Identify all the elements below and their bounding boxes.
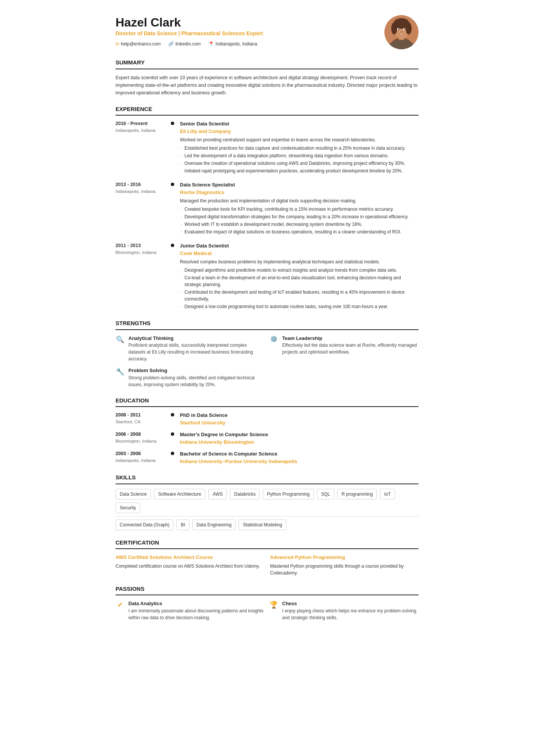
resume-container: Hazel Clark Director of Data Science | P… — [97, 0, 437, 645]
job1-bullets: Established best practices for data capt… — [180, 145, 418, 174]
leadership-icon: ⚙️ — [269, 335, 278, 344]
edu2-school: Indiana University Bloomington — [180, 438, 418, 446]
chess-desc: I enjoy playing chess which helps me enh… — [282, 607, 418, 621]
skill-software-arch: Software Architecture — [154, 489, 205, 499]
edu3-school: Indiana University–Purdue University Ind… — [180, 458, 418, 465]
cert2-title: Advanced Python Programming — [270, 554, 418, 561]
analytical-icon: 🔍 — [116, 335, 125, 345]
link-icon: 🔗 — [168, 41, 174, 47]
edu3-dot — [171, 452, 174, 455]
chess-title: Chess — [282, 600, 418, 607]
edu2-degree: Master's Degree in Computer Science — [180, 431, 418, 438]
problem-icon: 🔧 — [116, 367, 125, 377]
education-item-1: 2008 - 2011 Stanford, CA PhD in Data Sci… — [116, 412, 418, 426]
location-value: Indianapolis, Indiana — [215, 41, 257, 47]
leadership-title: Team Leadership — [282, 335, 418, 342]
job3-title: Junior Data Scientist — [180, 242, 418, 250]
experience-item-3: 2011 - 2013 Bloomington, Indiana Junior … — [116, 242, 418, 311]
problem-desc: Strong problem-solving skills, identifie… — [128, 374, 265, 388]
analytical-desc: Proficient analytical skills, successful… — [128, 342, 265, 362]
certification-title: CERTIFICATION — [116, 538, 418, 549]
job1-dot — [171, 122, 174, 125]
education-item-2: 2006 - 2008 Bloomington, Indiana Master'… — [116, 431, 418, 446]
skill-security: Security — [116, 502, 140, 513]
summary-text: Expert data scientist with over 10 years… — [116, 74, 418, 97]
skill-sql: SQL — [317, 489, 334, 499]
job1-location: Indianapolis, Indiana — [116, 127, 169, 134]
skill-data-engineering: Data Engineering — [192, 520, 236, 530]
chess-icon: 🏆 — [269, 600, 278, 610]
strength-leadership: ⚙️ Team Leadership Effectively led the d… — [269, 335, 418, 363]
skills-row-1: Data Science Software Architecture AWS D… — [116, 489, 418, 513]
location-contact: 📍 Indianapolis, Indiana — [208, 41, 257, 47]
summary-title: SUMMARY — [116, 58, 418, 69]
svg-point-13 — [404, 28, 406, 30]
cert-grid: AWS Certified Solutions Architect Course… — [116, 554, 418, 576]
experience-item-2: 2013 - 2016 Indianapolis, Indiana Data S… — [116, 181, 418, 236]
job1-bullet-3: Oversaw the creation of operational solu… — [180, 160, 418, 167]
passions-grid: ✔ Data Analytics I am immensely passiona… — [116, 600, 418, 621]
summary-section: SUMMARY Expert data scientist with over … — [116, 58, 418, 97]
job1-title: Senior Data Scientist — [180, 120, 418, 128]
job3-location: Bloomington, Indiana — [116, 249, 169, 256]
avatar-svg — [384, 15, 418, 49]
skill-iot: IoT — [380, 489, 395, 499]
job3-desc: Resolved complex business problems by im… — [180, 258, 418, 265]
header-left: Hazel Clark Director of Data Science | P… — [116, 15, 384, 47]
job2-bullet-4: Evaluated the impact of digital solution… — [180, 229, 418, 235]
analytics-icon: ✔ — [116, 600, 125, 610]
location-icon: 📍 — [208, 41, 214, 47]
problem-title: Problem Solving — [128, 367, 265, 374]
website-value: linkedin.com — [175, 41, 201, 47]
header-section: Hazel Clark Director of Data Science | P… — [116, 15, 418, 49]
job3-bullets: Designed algorithms and predictive model… — [180, 267, 418, 310]
skill-python: Python Programming — [263, 489, 314, 499]
job3-dates: 2011 - 2013 — [116, 242, 169, 249]
edu2-location: Bloomington, Indiana — [116, 438, 169, 445]
cert-item-2: Advanced Python Programming Mastered Pyt… — [270, 554, 418, 576]
job3-bullet-2: Co-lead a team in the development of an … — [180, 274, 418, 288]
edu2-dot — [171, 432, 174, 436]
job3-dot — [171, 244, 174, 247]
edu2-dates: 2006 - 2008 — [116, 431, 169, 438]
skill-r-programming: R programming — [337, 489, 377, 499]
svg-point-14 — [400, 31, 403, 33]
email-contact: ✉ help@enhancv.com — [116, 41, 161, 47]
edu1-dot — [171, 413, 174, 416]
job1-bullet-4: Initiated rapid prototyping and experime… — [180, 167, 418, 174]
cert2-desc: Mastered Python programming skills throu… — [270, 563, 418, 576]
strengths-section: STRENGTHS 🔍 Analytical Thinking Proficie… — [116, 319, 418, 388]
email-icon: ✉ — [116, 41, 119, 47]
cert1-title: AWS Certified Solutions Architect Course — [116, 554, 264, 561]
candidate-name: Hazel Clark — [116, 15, 384, 30]
cert-item-1: AWS Certified Solutions Architect Course… — [116, 554, 264, 576]
job3-bullet-4: Designed a low-code programming tool to … — [180, 303, 418, 310]
job2-bullet-2: Developed digital transformation strateg… — [180, 213, 418, 220]
analytics-desc: I am immensely passionate about discover… — [128, 607, 265, 621]
job3-bullet-3: Contributed to the development and testi… — [180, 289, 418, 302]
experience-section: EXPERIENCE 2016 - Present Indianapolis, … — [116, 105, 418, 311]
skill-bi: BI — [176, 520, 189, 530]
email-value: help@enhancv.com — [121, 41, 161, 47]
skills-title: SKILLS — [116, 473, 418, 484]
job2-desc: Managed the production and implementatio… — [180, 197, 418, 204]
strengths-title: STRENGTHS — [116, 319, 418, 330]
skills-divider — [116, 516, 418, 517]
job2-dot — [171, 183, 174, 186]
edu3-dates: 2003 - 2006 — [116, 450, 169, 457]
job2-bullet-3: Worked with IT to establish a developmen… — [180, 221, 418, 228]
website-contact: 🔗 linkedin.com — [168, 41, 201, 47]
edu1-degree: PhD in Data Science — [180, 412, 418, 419]
skill-databricks: Databricks — [230, 489, 260, 499]
header-contact: ✉ help@enhancv.com 🔗 linkedin.com 📍 Indi… — [116, 41, 384, 47]
job2-bullets: Created bespoke tools for KPI tracking, … — [180, 206, 418, 235]
skill-aws: AWS — [208, 489, 227, 499]
edu3-degree: Bachelor of Science in Computer Science — [180, 450, 418, 458]
svg-point-8 — [391, 22, 397, 34]
skills-section: SKILLS Data Science Software Architectur… — [116, 473, 418, 530]
candidate-title: Director of Data Science | Pharmaceutica… — [116, 30, 384, 38]
passions-section: PASSIONS ✔ Data Analytics I am immensely… — [116, 585, 418, 621]
job1-bullet-1: Established best practices for data capt… — [180, 145, 418, 152]
job1-desc: Worked on providing centralized support … — [180, 136, 418, 143]
passion-chess: 🏆 Chess I enjoy playing chess which help… — [269, 600, 418, 621]
